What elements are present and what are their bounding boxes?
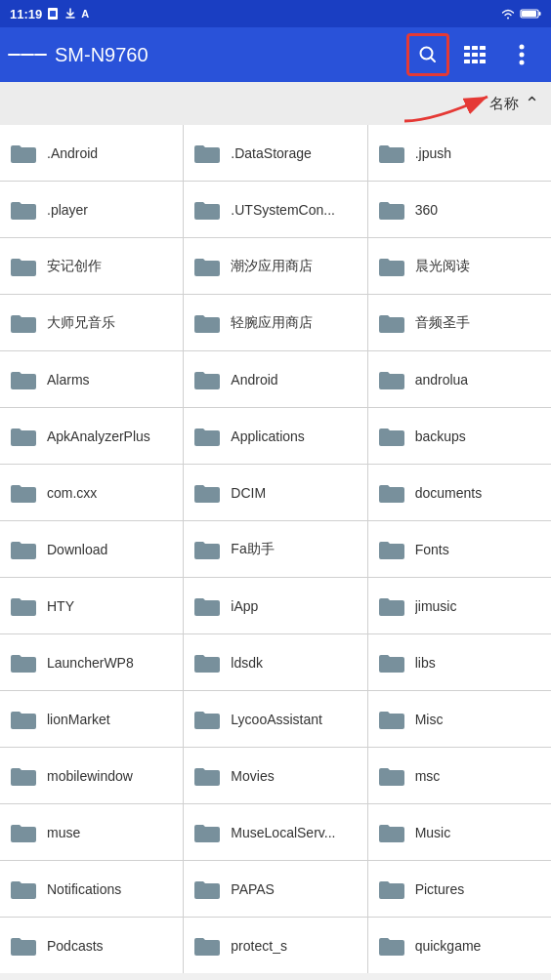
list-item[interactable]: ApkAnalyzerPlus	[0, 408, 183, 464]
sort-label: 名称	[489, 95, 519, 113]
file-name: Movies	[231, 768, 357, 784]
file-name: muse	[47, 825, 173, 840]
view-toggle-button[interactable]	[453, 33, 496, 76]
list-item[interactable]: jimusic	[368, 578, 551, 633]
list-item[interactable]: com.cxx	[0, 465, 183, 520]
more-button[interactable]	[500, 33, 543, 76]
list-item[interactable]: mobilewindow	[0, 748, 183, 803]
svg-rect-8	[480, 46, 486, 50]
list-item[interactable]: 360	[368, 182, 551, 237]
list-item[interactable]: iApp	[184, 578, 366, 633]
search-button[interactable]	[406, 33, 449, 76]
folder-icon	[378, 312, 405, 334]
list-item[interactable]: lionMarket	[0, 691, 183, 747]
list-item[interactable]: 安记创作	[0, 238, 183, 294]
folder-icon	[10, 482, 37, 504]
list-item[interactable]: .jpush	[368, 125, 551, 181]
list-item[interactable]: Podcasts	[0, 918, 183, 973]
list-item[interactable]: HTY	[0, 578, 183, 633]
list-item[interactable]: Android	[184, 351, 366, 407]
folder-icon	[193, 595, 221, 617]
list-item[interactable]: Fa助手	[184, 521, 366, 577]
file-name: com.cxx	[47, 485, 173, 501]
folder-icon	[378, 595, 405, 617]
list-item[interactable]: Applications	[184, 408, 366, 464]
list-item[interactable]: Pictures	[368, 861, 551, 917]
folder-icon	[10, 878, 37, 900]
file-name: 安记创作	[47, 258, 173, 275]
menu-button[interactable]	[8, 35, 47, 74]
list-item[interactable]: 大师兄音乐	[0, 295, 183, 350]
list-item[interactable]: .Android	[0, 125, 183, 181]
list-item[interactable]: libs	[368, 634, 551, 690]
folder-icon	[10, 143, 37, 164]
list-item[interactable]: 音频圣手	[368, 295, 551, 350]
toolbar-actions	[406, 33, 543, 76]
file-name: Fonts	[415, 542, 541, 557]
file-name: backups	[415, 429, 541, 444]
list-item[interactable]: Music	[368, 804, 551, 860]
folder-icon	[378, 539, 405, 560]
folder-icon	[193, 822, 221, 843]
list-item[interactable]: Alarms	[0, 351, 183, 407]
list-item[interactable]: 潮汐应用商店	[184, 238, 366, 294]
list-item[interactable]: Movies	[184, 748, 366, 803]
list-view-icon	[464, 46, 486, 63]
ham-line2	[21, 54, 33, 56]
list-item[interactable]: 轻腕应用商店	[184, 295, 366, 350]
list-item[interactable]: LycooAssistant	[184, 691, 366, 747]
folder-icon	[378, 652, 405, 674]
list-item[interactable]: msc	[368, 748, 551, 803]
list-item[interactable]: .UTSystemCon...	[184, 182, 366, 237]
list-item[interactable]: protect_s	[184, 918, 366, 973]
folder-icon	[10, 256, 37, 277]
svg-point-16	[520, 53, 525, 58]
svg-rect-4	[539, 12, 541, 16]
svg-point-15	[520, 45, 525, 50]
folder-icon	[10, 369, 37, 390]
list-item[interactable]: Download	[0, 521, 183, 577]
list-item[interactable]: .player	[0, 182, 183, 237]
svg-rect-13	[472, 60, 478, 63]
file-name: Notifications	[47, 881, 173, 897]
folder-icon	[10, 312, 37, 334]
list-item[interactable]: Fonts	[368, 521, 551, 577]
folder-icon	[10, 765, 37, 787]
list-item[interactable]: Misc	[368, 691, 551, 747]
list-item[interactable]: LauncherWP8	[0, 634, 183, 690]
list-item[interactable]: backups	[368, 408, 551, 464]
file-name: .DataStorage	[231, 145, 357, 161]
file-name: HTY	[47, 598, 173, 614]
list-item[interactable]: documents	[368, 465, 551, 520]
folder-icon	[378, 878, 405, 900]
file-name: MuseLocalServ...	[231, 825, 357, 840]
list-item[interactable]: androlua	[368, 351, 551, 407]
list-item[interactable]: Notifications	[0, 861, 183, 917]
list-item[interactable]: DCIM	[184, 465, 366, 520]
list-item[interactable]: muse	[0, 804, 183, 860]
file-name: Alarms	[47, 372, 173, 388]
folder-icon	[378, 199, 405, 221]
battery-icon	[520, 8, 541, 20]
ham-line3	[34, 54, 47, 56]
list-item[interactable]: 晨光阅读	[368, 238, 551, 294]
list-item[interactable]: ldsdk	[184, 634, 366, 690]
svg-rect-3	[522, 11, 536, 17]
folder-icon	[10, 709, 37, 730]
folder-icon	[378, 369, 405, 390]
list-item[interactable]: quickgame	[368, 918, 551, 973]
list-item[interactable]: MuseLocalServ...	[184, 804, 366, 860]
svg-rect-1	[50, 11, 56, 17]
file-name: .UTSystemCon...	[231, 202, 357, 218]
folder-icon	[193, 256, 221, 277]
list-item[interactable]: PAPAS	[184, 861, 366, 917]
sort-header[interactable]: 名称 ⌃	[0, 82, 551, 125]
svg-rect-10	[472, 53, 478, 57]
folder-icon	[193, 539, 221, 560]
list-item[interactable]: .DataStorage	[184, 125, 366, 181]
folder-icon	[378, 709, 405, 730]
status-left: 11:19 A	[10, 7, 89, 21]
svg-rect-7	[472, 46, 478, 50]
file-name: Applications	[231, 429, 357, 444]
ham-line1	[8, 54, 21, 56]
